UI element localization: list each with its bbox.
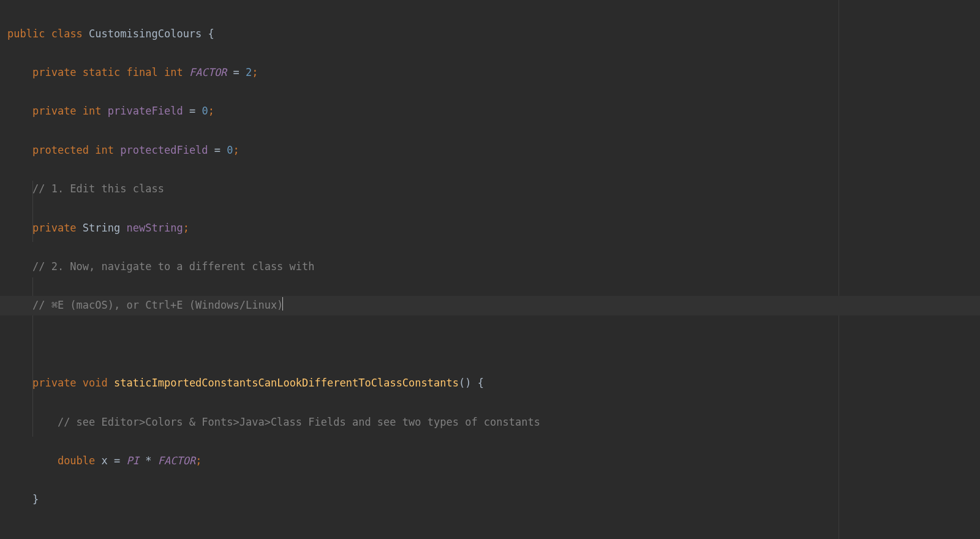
number-literal: 0 xyxy=(202,105,208,117)
class-name: CustomisingColours xyxy=(89,28,202,40)
comment: // ⌘E (macOS), or Ctrl+E (Windows/Linux) xyxy=(32,299,283,311)
parens: () xyxy=(459,377,471,389)
code-line[interactable] xyxy=(0,529,980,539)
keyword-private: private xyxy=(32,222,77,234)
semicolon: ; xyxy=(252,66,258,78)
code-editor[interactable]: public class CustomisingColours { privat… xyxy=(0,0,980,539)
brace: { xyxy=(208,28,214,40)
code-line[interactable] xyxy=(0,335,980,355)
comment: // see Editor>Colors & Fonts>Java>Class … xyxy=(58,416,540,428)
operator: * xyxy=(145,454,151,467)
keyword-void: void xyxy=(83,377,108,389)
indent-guide xyxy=(32,181,33,242)
code-line[interactable]: // 1. Edit this class xyxy=(0,179,980,199)
code-line[interactable]: // 2. Now, navigate to a different class… xyxy=(0,257,980,277)
brace: { xyxy=(478,377,484,389)
code-line[interactable]: // see Editor>Colors & Fonts>Java>Class … xyxy=(0,413,980,432)
keyword-class: class xyxy=(51,28,83,40)
equals: = xyxy=(189,105,195,117)
field-name: newString xyxy=(127,222,183,234)
field-name: privateField xyxy=(108,105,183,117)
keyword-public: public xyxy=(7,28,45,40)
semicolon: ; xyxy=(233,144,239,156)
keyword-private: private xyxy=(32,377,77,389)
code-line[interactable]: private String newString; xyxy=(0,219,980,238)
code-line[interactable]: private static final int FACTOR = 2; xyxy=(0,63,980,83)
constant-ref: FACTOR xyxy=(158,454,195,467)
keyword-private: private xyxy=(32,105,77,117)
keyword-int: int xyxy=(164,66,183,78)
number-literal: 2 xyxy=(246,66,252,78)
code-line[interactable]: public class CustomisingColours { xyxy=(0,24,980,44)
code-line[interactable]: double x = PI * FACTOR; xyxy=(0,451,980,471)
equals: = xyxy=(233,66,239,78)
keyword-double: double xyxy=(58,454,95,467)
semicolon: ; xyxy=(195,454,202,467)
equals: = xyxy=(214,144,221,156)
keyword-final: final xyxy=(127,66,158,78)
keyword-int: int xyxy=(83,105,102,117)
comment: // 1. Edit this class xyxy=(32,183,164,195)
field-name: protectedField xyxy=(120,144,208,156)
equals: = xyxy=(114,454,120,467)
code-line-current[interactable]: // ⌘E (macOS), or Ctrl+E (Windows/Linux) xyxy=(0,296,980,315)
keyword-static: static xyxy=(83,66,120,78)
constant-ref: PI xyxy=(127,454,139,467)
text-caret xyxy=(282,297,283,311)
right-margin-line xyxy=(839,0,839,539)
variable: x xyxy=(102,454,108,467)
semicolon: ; xyxy=(183,222,189,234)
semicolon: ; xyxy=(208,105,214,117)
keyword-int: int xyxy=(95,144,114,156)
method-name: staticImportedConstantsCanLookDifferentT… xyxy=(114,377,459,389)
brace: } xyxy=(32,493,39,505)
number-literal: 0 xyxy=(227,144,233,156)
type-name: String xyxy=(83,222,120,234)
code-line[interactable]: private int privateField = 0; xyxy=(0,102,980,121)
keyword-protected: protected xyxy=(32,144,89,156)
field-name: FACTOR xyxy=(189,66,227,78)
code-line[interactable]: private void staticImportedConstantsCanL… xyxy=(0,374,980,393)
code-line[interactable]: } xyxy=(0,490,980,510)
keyword-private: private xyxy=(32,66,77,78)
code-line[interactable]: protected int protectedField = 0; xyxy=(0,141,980,160)
comment: // 2. Now, navigate to a different class… xyxy=(32,260,315,273)
